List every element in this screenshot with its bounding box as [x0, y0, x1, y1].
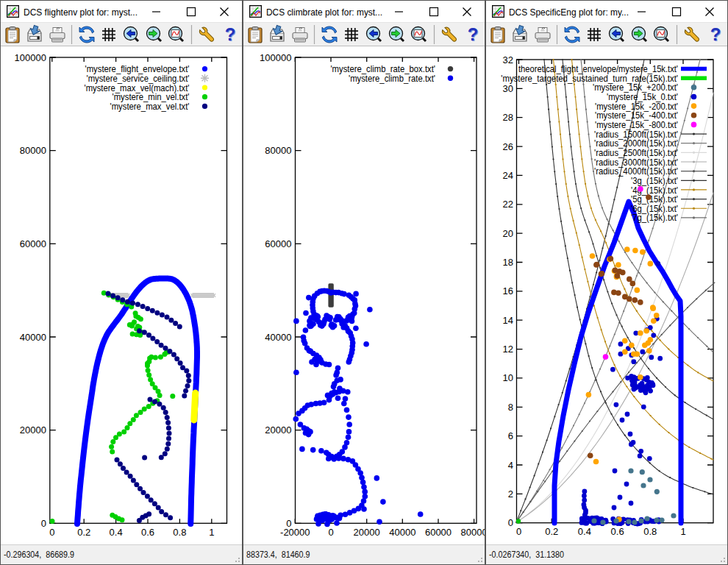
svg-text:26: 26 [503, 141, 513, 152]
svg-text:0.8: 0.8 [643, 526, 657, 537]
svg-text:-0.296304, 86689.9: -0.296304, 86689.9 [4, 549, 74, 560]
svg-text:40000: 40000 [265, 332, 291, 343]
svg-text:20000: 20000 [354, 527, 380, 538]
svg-text:?: ? [710, 24, 721, 44]
svg-text:0.2: 0.2 [77, 527, 90, 538]
svg-text:1: 1 [209, 527, 214, 538]
svg-text:20000: 20000 [20, 424, 46, 436]
svg-text:0: 0 [508, 517, 513, 528]
svg-text:30: 30 [503, 83, 513, 94]
svg-text:28: 28 [503, 112, 513, 123]
svg-text:12: 12 [503, 344, 513, 355]
svg-text:100000: 100000 [260, 52, 291, 63]
svg-text:0.4: 0.4 [578, 526, 591, 537]
svg-text:2: 2 [508, 488, 513, 500]
svg-text:DCS SpecificEng plot for: my..: DCS SpecificEng plot for: my... [509, 7, 629, 18]
svg-text:80000: 80000 [20, 145, 46, 156]
svg-text:80000: 80000 [461, 527, 485, 538]
svg-text:DCS climbrate plot for: myst..: DCS climbrate plot for: myst... [266, 7, 382, 18]
svg-text:40000: 40000 [389, 527, 415, 538]
svg-text:-20000: -20000 [280, 527, 310, 538]
svg-text:1: 1 [680, 526, 685, 537]
svg-text:10: 10 [503, 372, 513, 383]
svg-text:DCS flightenv plot for: myst..: DCS flightenv plot for: myst... [24, 7, 138, 18]
svg-text:0.8: 0.8 [173, 527, 186, 538]
svg-text:60000: 60000 [265, 238, 291, 249]
svg-text:88373.4, 81460.9: 88373.4, 81460.9 [246, 549, 310, 560]
svg-text:0: 0 [516, 526, 521, 537]
svg-text:0.2: 0.2 [545, 526, 558, 537]
svg-text:16: 16 [503, 285, 513, 296]
svg-text:100000: 100000 [15, 52, 46, 63]
svg-text:0: 0 [41, 518, 46, 529]
svg-text:0: 0 [286, 518, 291, 529]
svg-text:0.4: 0.4 [110, 527, 123, 538]
svg-text:-0.0267340, 31.1380: -0.0267340, 31.1380 [489, 549, 564, 560]
svg-text:80000: 80000 [265, 145, 291, 156]
svg-text:'mystere_climb_rate.txt': 'mystere_climb_rate.txt' [349, 73, 435, 84]
svg-text:60000: 60000 [20, 238, 46, 249]
svg-text:?: ? [225, 24, 236, 44]
svg-text:14: 14 [503, 315, 513, 326]
svg-text:0: 0 [49, 527, 54, 538]
svg-text:'7g_(15k).txt': '7g_(15k).txt' [631, 212, 678, 223]
svg-text:?: ? [468, 24, 479, 44]
svg-text:'mystere_max_vel.txt': 'mystere_max_vel.txt' [110, 101, 190, 112]
svg-text:0.6: 0.6 [611, 526, 624, 537]
svg-text:8: 8 [508, 402, 513, 413]
svg-text:18: 18 [503, 257, 513, 268]
svg-text:20: 20 [503, 228, 513, 239]
svg-text:60000: 60000 [425, 527, 452, 538]
svg-text:20000: 20000 [265, 424, 291, 436]
svg-text:4: 4 [508, 460, 513, 471]
svg-text:32: 32 [503, 54, 513, 65]
svg-text:6: 6 [508, 430, 513, 441]
svg-text:0: 0 [328, 527, 333, 538]
svg-text:22: 22 [503, 199, 513, 210]
svg-text:24: 24 [503, 170, 513, 181]
svg-text:40000: 40000 [20, 332, 46, 343]
svg-text:0.6: 0.6 [141, 527, 154, 538]
